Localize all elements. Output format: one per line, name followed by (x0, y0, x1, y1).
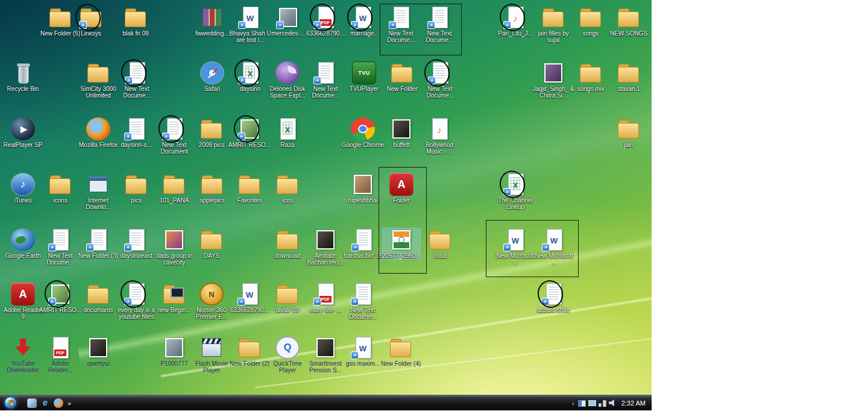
desktop-icon-daysinn[interactable]: X»daysinn (231, 61, 269, 92)
desktop-icon-pari-lilu-j[interactable]: ♪»Pari_Lilu_J... (497, 6, 534, 37)
desktop-icon-google-earth[interactable]: Google Earth (4, 228, 42, 259)
desktop-icon-tvuplayer[interactable]: TVUTVUPlayer (345, 61, 383, 92)
desktop-icon-6336628790[interactable]: PDF»6336628790... (307, 6, 344, 37)
desktop-icon-documants[interactable]: documants (80, 283, 117, 313)
desktop-icon-rupeshbhai[interactable]: rupeshbhai (344, 173, 382, 204)
desktop-icon-new-songs[interactable]: NEW SONGS (610, 6, 647, 37)
desktop-icon-daysinneast[interactable]: »daysinneast (118, 228, 155, 259)
display-icon[interactable] (588, 400, 596, 406)
taskbar-clock[interactable]: 2:32 AM (621, 400, 646, 407)
start-button[interactable] (4, 397, 17, 409)
desktop-icon-download[interactable]: download (269, 228, 306, 259)
desktop-icon-new-begin[interactable]: new Begin... (156, 283, 193, 313)
desktop-icon-amrit-reso[interactable]: »AMRIT RESO... (42, 283, 79, 313)
desktop-icon-the-channel-lineup[interactable]: X»The Channel Lineup (497, 173, 534, 210)
desktop-icon-pics[interactable]: pics (118, 173, 155, 204)
desktop-icon-realplayer-sp[interactable]: ▶RealPlayer SP (4, 118, 42, 148)
desktop-icon-qwertyui[interactable]: qwertyui (80, 336, 117, 367)
desktop-icon-new-folder[interactable]: New Folder (383, 61, 421, 92)
desktop-icon-india[interactable]: india (421, 228, 459, 259)
desktop-icon-jain[interactable]: jain (610, 118, 647, 148)
desktop-icon-new-text-docume[interactable]: »New Text Docume... (307, 61, 344, 99)
folder-icon (617, 61, 641, 84)
network-icon[interactable] (599, 399, 606, 407)
desktop-icon-applepics[interactable]: applepics (193, 173, 231, 204)
desktop-icon-new-folder-4[interactable]: New Folder (4) (382, 336, 420, 367)
firefox-icon (86, 118, 110, 140)
desktop-icon-icons[interactable]: icons (42, 173, 79, 204)
desktop-icon-norton-360-premier-e[interactable]: NNorton 360 Premier E... (193, 283, 230, 320)
desktop-icon-easy-life[interactable]: PDF»easy_life_... (307, 283, 344, 313)
desktop-icon-raza[interactable]: XRaza (269, 118, 306, 148)
desktop-icon-flash-movie-player[interactable]: Flash Movie Player (193, 336, 230, 374)
desktop-icon-p1000777[interactable]: P1000777 (156, 336, 193, 367)
desktop-icon-stavan-1[interactable]: stavan 1 (610, 61, 647, 92)
tray-expand-chevron[interactable]: ‹ (572, 400, 574, 407)
desktop-icon-divali-09[interactable]: divali '09 (269, 283, 306, 313)
desktop-icon-new-folder-3[interactable]: »New Folder (3) (80, 228, 117, 259)
desktop-icon-6336628790[interactable]: W»6336628790... (231, 283, 268, 313)
desktop-icon-new-text-docume[interactable]: »New Text Docume... (421, 6, 458, 43)
desktop-icon-marriage[interactable]: W»marriage. (344, 6, 382, 37)
desktop-icon-delones-disk-space-expl[interactable]: Delones Disk Space Expl... (269, 61, 306, 99)
icon-label: Delones Disk Space Expl... (266, 86, 309, 99)
desktop-icon-bollywood-music[interactable]: ♪Bollywood Music - ... (421, 118, 458, 155)
shortcut-badge: » (541, 298, 549, 306)
desktop-icon-new-text-docume[interactable]: »New Text Docume... (344, 283, 382, 320)
desktop-icon-folder[interactable]: AFolder (383, 173, 420, 204)
desktop-icon-simcity-3000-unlimited[interactable]: SimCity 3000 Unlimited (80, 61, 117, 99)
desktop-icon-2009-pics[interactable]: 2009 pics (193, 118, 230, 148)
desktop-icon-smartinvest-pension-s[interactable]: SmartInvest Pension S... (307, 336, 344, 374)
desktop-icon-101-pana[interactable]: 101_PANA (156, 173, 193, 204)
desktop-icon-adobe-reader-9[interactable]: AAdobe Reader 9 (4, 283, 42, 320)
desktop-icon-mozilla-firefox[interactable]: Mozilla Firefox (80, 118, 117, 148)
show-desktop-icon[interactable] (27, 398, 37, 408)
quick-launch-overflow-chevron[interactable]: » (68, 400, 71, 407)
desktop-icon-new-text-docume[interactable]: »New Text Docume... (421, 61, 459, 99)
desktop-icon-new-text-docume[interactable]: »New Text Docume... (118, 61, 156, 99)
desktop-icon-acount-shite[interactable]: »acount shite (535, 283, 572, 313)
desktop-icon-daysinn-s[interactable]: »daysinn-s... (118, 118, 155, 148)
volume-icon[interactable] (609, 399, 617, 407)
desktop-icon-mercedes[interactable]: »mercedes-... (269, 6, 307, 37)
desktop-icon-every-day-is-a-youtube-filles[interactable]: »every day is a youtube filles (118, 283, 155, 320)
desktop-icon-jain-filles-by-sujal[interactable]: jain filles by sujal (535, 6, 572, 43)
desktop-icon-harshal-birt-09[interactable]: »harshal birt '09 (345, 228, 382, 259)
desktop-icon-blak-fri-09[interactable]: blak fri 09 (117, 6, 154, 37)
desktop-icon-new-text-docume[interactable]: »New Text Docume... (42, 228, 79, 266)
internet-explorer-icon[interactable]: e (40, 398, 50, 408)
desktop-icon-new-text-document[interactable]: »New Text Document (156, 118, 193, 155)
desktop-icon-quicktime-player[interactable]: QQuickTime Player (269, 336, 306, 374)
desktop-icon-itunes[interactable]: ♪iTunes (4, 173, 42, 204)
desktop-icon-amitabh-bachan-reci[interactable]: Amitabh Bachan reci... (307, 228, 344, 266)
desktop-icon-youtube-downloader[interactable]: YouTube Downloader (4, 336, 42, 374)
desktop-icon-favorites[interactable]: Favorites (231, 173, 268, 204)
language-icon[interactable] (578, 400, 586, 407)
icon-label: Google Chrome (341, 142, 385, 148)
desktop-icon-linksys[interactable]: »Linksys (72, 6, 110, 37)
desktop-icon-google-chrome[interactable]: Google Chrome (344, 118, 382, 148)
shortcut-badge: » (427, 21, 435, 29)
desktop-icon-safari[interactable]: Safari (193, 61, 231, 92)
desktop-icon-jagjit-singh-chitra-si[interactable]: Jagjit_Singh_ & Chitra Si... (535, 61, 572, 99)
desktop-icon-internet-downlo[interactable]: Internet Downlo... (80, 173, 117, 210)
desktop-icon-dads-group-in-cavecity[interactable]: dads group in cavecity (156, 228, 193, 266)
desktop-icon-days[interactable]: DAYS (193, 228, 230, 259)
desktop-icon-20577-2950[interactable]: 20577_2950... (383, 228, 420, 259)
desktop-icon-new-folder-2[interactable]: New Folder (2) (231, 336, 268, 367)
desktop-icon-songs[interactable]: songs (572, 6, 609, 37)
desktop-icon-new-microsoft[interactable]: W»New Microsoft ... (535, 228, 573, 266)
desktop-icon-bhavya-shah-u-are-lost-i[interactable]: W»Bhavya Shah U are lost i... (231, 6, 269, 43)
desktop-icon-buffett[interactable]: buffett (383, 118, 420, 148)
desktop-icon-gso-maxim[interactable]: W»gso maxim... (344, 336, 382, 367)
desktop-icon-adobe-reader[interactable]: PDFAdobe Reader... (42, 336, 79, 374)
desktop-icon-new-text-docume[interactable]: »New Text Docume... (382, 6, 420, 43)
desktop-icon-amrit-reso[interactable]: »AMRIT RESO... (231, 118, 268, 148)
desktop-icon-recycle-bin[interactable]: Recycle Bin (4, 61, 42, 92)
firefox-icon[interactable] (54, 398, 63, 408)
desktop-icon-fwwedding[interactable]: fwwedding... (193, 6, 231, 37)
desktop-icon-new-microsoft[interactable]: W»New Microsoft ... (497, 228, 534, 266)
desktop[interactable]: New Folder (5)»Linksysblak fri 09fwweddi… (0, 0, 652, 410)
desktop-icon-songs-mix[interactable]: songs mix (572, 61, 609, 92)
desktop-icon-icos[interactable]: icos (269, 173, 306, 204)
